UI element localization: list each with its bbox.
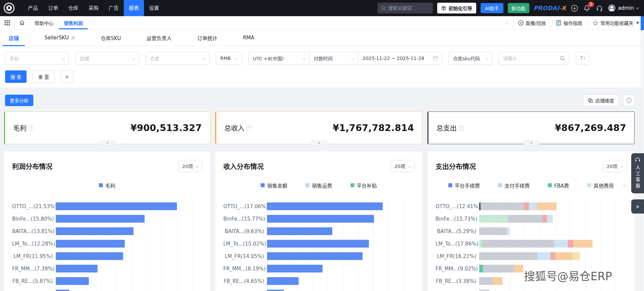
item-count-select[interactable]: 20项 — [179, 160, 202, 172]
menu-item-reports[interactable]: 报表 — [124, 0, 144, 16]
ai-assistant-button[interactable]: AI助手 — [481, 3, 503, 13]
help-icon[interactable]: ? — [459, 125, 464, 131]
currency-select[interactable]: RMB — [216, 52, 242, 65]
favorites-button[interactable]: 常用功能收藏夹 ▼ — [587, 16, 644, 29]
tab-shop[interactable]: 店铺 — [3, 30, 25, 46]
bar-segment[interactable] — [483, 265, 514, 272]
prodai-x-logo[interactable]: PRODAI-X — [534, 5, 566, 11]
bar-segment[interactable] — [551, 252, 555, 260]
bar-segment[interactable] — [267, 290, 284, 291]
bar-segment[interactable] — [56, 277, 89, 285]
collapse-arrow-icon[interactable]: ▲ — [524, 140, 539, 144]
bar-segment[interactable] — [479, 265, 483, 272]
bar-segment[interactable] — [529, 202, 537, 210]
bar-segment[interactable] — [537, 202, 557, 210]
menu-item-products[interactable]: 产品 — [23, 0, 43, 16]
legend-item[interactable]: 平台手续费 — [448, 182, 480, 189]
bar-segment[interactable] — [56, 290, 69, 291]
reset-button[interactable]: 重 置 — [32, 70, 54, 83]
bar-segment[interactable] — [479, 215, 508, 223]
bar-segment[interactable] — [554, 240, 567, 248]
bar-segment[interactable] — [573, 252, 580, 260]
bar-segment[interactable] — [524, 202, 529, 210]
bar-segment[interactable] — [479, 227, 506, 235]
search-icon[interactable] — [560, 56, 565, 61]
bar-segment[interactable] — [573, 240, 593, 248]
support-headset-icon[interactable] — [595, 4, 603, 12]
download-icon[interactable] — [570, 4, 578, 12]
bar-segment[interactable] — [542, 215, 547, 223]
bar-segment[interactable] — [56, 240, 125, 248]
bar-segment[interactable] — [479, 252, 537, 260]
bar-segment[interactable] — [568, 240, 574, 248]
bar-segment[interactable] — [547, 215, 553, 223]
bar-segment[interactable] — [267, 227, 332, 235]
bar-segment[interactable] — [56, 252, 123, 260]
legend-item[interactable]: 销售运费 — [305, 182, 332, 189]
tab-warehouse-sku[interactable]: 仓库SKU — [94, 30, 127, 46]
menu-item-settings[interactable]: 设置 — [144, 0, 164, 16]
sku-code-type-select[interactable]: 仓库sku代码 — [449, 52, 492, 65]
bar-segment[interactable] — [56, 215, 145, 223]
legend-item[interactable]: 销售金额 — [261, 182, 287, 189]
bar-segment[interactable] — [267, 277, 299, 285]
operation-guide-button[interactable]: 操作指南 — [551, 16, 587, 29]
global-search-input[interactable] — [388, 5, 429, 11]
scrollbar-thumb[interactable] — [641, 16, 644, 30]
bar-segment[interactable] — [56, 265, 98, 272]
date-range-picker[interactable]: 2025-11-22 ~ 2025-11-28 — [358, 52, 442, 65]
legend-item[interactable]: 其他费用 — [587, 182, 614, 189]
shop-dimension-button[interactable]: 店铺维度 — [583, 94, 619, 106]
bar-segment[interactable] — [481, 202, 524, 210]
customer-service-button[interactable]: 人工客服 — [631, 153, 644, 193]
bar-segment[interactable] — [267, 265, 323, 272]
bar-segment[interactable] — [267, 215, 374, 223]
help-icon[interactable]: ? — [247, 125, 252, 131]
notification-bell-icon[interactable]: 3 — [583, 4, 591, 12]
shop-select[interactable]: 店铺 — [75, 52, 139, 65]
bar-segment[interactable] — [508, 215, 542, 223]
batch-input-button[interactable] — [576, 52, 589, 65]
app-logo-icon[interactable] — [3, 2, 15, 14]
legend-item[interactable]: FBA费 — [548, 182, 569, 189]
user-menu[interactable]: admin — [608, 4, 639, 12]
home-tab[interactable] — [15, 16, 30, 29]
bar-segment[interactable] — [479, 290, 490, 291]
more-analysis-button[interactable]: 更多分析 — [5, 95, 33, 106]
new-feature-button[interactable]: 新功能 — [508, 3, 529, 13]
bar-segment[interactable] — [506, 227, 509, 235]
collapse-arrow-icon[interactable]: ▲ — [311, 140, 327, 144]
menu-item-orders[interactable]: 订单 — [43, 0, 63, 16]
menu-item-purchase[interactable]: 采购 — [83, 0, 104, 16]
live-replay-button[interactable]: 直播/回放 — [513, 16, 551, 29]
bar-segment[interactable] — [482, 240, 555, 248]
tab-sales-profit[interactable]: 销售利润 — [59, 16, 88, 29]
init-guide-button[interactable]: 初始化引导 — [437, 3, 476, 13]
legend-more-icon[interactable] — [623, 183, 627, 187]
search-button[interactable]: 搜 索 — [5, 70, 27, 83]
tab-help-center[interactable]: 帮助中心 — [30, 16, 59, 29]
apps-grid-button[interactable] — [0, 16, 15, 29]
bar-segment[interactable] — [537, 252, 551, 260]
panel-expand-button[interactable]: » — [631, 199, 644, 214]
bar-segment[interactable] — [267, 202, 383, 210]
tab-seller-sku[interactable]: SellerSKU — [38, 30, 81, 46]
bar-segment[interactable] — [267, 240, 369, 248]
time-type-select[interactable]: 付款时间 — [309, 52, 358, 65]
collapse-arrow-icon[interactable]: ▲ — [100, 140, 115, 144]
tab-order-stats[interactable]: 订单统计 — [191, 30, 223, 46]
item-count-select[interactable]: 20项 — [391, 160, 414, 172]
sku-search-box[interactable] — [499, 52, 569, 65]
menu-item-ads[interactable]: 广告 — [104, 0, 124, 16]
legend-item[interactable]: 毛利 — [99, 182, 115, 189]
sku-search-input[interactable] — [503, 56, 560, 61]
info-button[interactable] — [623, 95, 635, 106]
timezone-select[interactable]: UTC +8(中国) — [249, 52, 310, 65]
bar-segment[interactable] — [267, 252, 363, 260]
bar-segment[interactable] — [514, 265, 523, 272]
add-filter-button[interactable]: + — [61, 70, 73, 83]
global-search[interactable] — [378, 3, 433, 13]
menu-item-warehouse[interactable]: 仓库 — [63, 0, 83, 16]
item-count-select[interactable]: 20项 — [603, 160, 627, 172]
collapse-chevron-icon[interactable] — [500, 16, 513, 29]
